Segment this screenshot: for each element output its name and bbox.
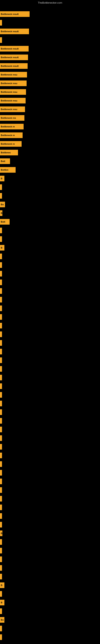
bottleneck-bar-small: [0, 340, 2, 346]
bottleneck-bar: B: [0, 582, 4, 588]
bottleneck-bar: Bottleneck result: [0, 11, 30, 17]
bottleneck-bar: Bottleneck re: [0, 141, 22, 147]
bottleneck-bar-small: [0, 288, 2, 294]
bottleneck-bar-small: [0, 461, 2, 467]
bottleneck-bar-small: [0, 349, 2, 354]
bottleneck-bar-small: [0, 565, 2, 571]
bottleneck-bar-small: [0, 444, 2, 450]
site-title: TheBottlenecker.com: [0, 0, 100, 5]
bottleneck-bar-small: [0, 556, 2, 562]
bottleneck-bar-small: [0, 513, 2, 519]
bottleneck-bar: Bott: [0, 158, 10, 164]
bottleneck-bar-small: [0, 427, 2, 432]
bottleneck-bar-small: [0, 314, 2, 320]
bottleneck-label: B: [1, 246, 2, 249]
bottleneck-bar-small: [0, 487, 2, 493]
bottleneck-bar: Bottleneck resu: [0, 80, 27, 86]
bottleneck-bar: Bottleneck result: [0, 54, 28, 60]
bottleneck-bar-small: [0, 470, 2, 476]
bottleneck-bar-small: [0, 539, 2, 545]
bottleneck-bar: B: [0, 245, 4, 250]
bottleneck-bar-small: [0, 37, 2, 43]
bottleneck-bar: B: [0, 600, 4, 605]
bottleneck-bar-small: [0, 254, 2, 259]
bottleneck-label: B: [1, 584, 2, 586]
bottleneck-label: Bo: [1, 619, 4, 621]
bottleneck-bar: Bottleneck re: [0, 124, 24, 130]
bottleneck-label: Bottleneck result: [1, 65, 19, 67]
bottleneck-bar: Bottlenec: [0, 150, 18, 155]
bottleneck-bar-small: [0, 452, 2, 458]
bottleneck-bar-small: [0, 262, 2, 268]
bottleneck-label: Bottleneck resu: [1, 100, 17, 102]
bottleneck-bar: Bottleneck result: [0, 28, 29, 34]
bottleneck-label: Bottleneck resu: [1, 91, 17, 93]
bottleneck-bar-small: [0, 401, 2, 406]
bottleneck-label: Bo: [1, 203, 4, 206]
bottleneck-bar-small: [0, 626, 2, 631]
bottleneck-bar-small: [0, 522, 2, 528]
bottleneck-label: Bottleneck res: [1, 117, 16, 119]
bottleneck-bar-small: [0, 375, 2, 380]
bottleneck-label: Bottleneck resu: [1, 82, 17, 84]
bottleneck-bar-small: [0, 504, 2, 510]
bottleneck-bar: B: [0, 530, 2, 536]
bottleneck-bar-small: [0, 435, 2, 441]
bottleneck-label: Bottleneck re: [1, 126, 15, 128]
bottleneck-label: Bott: [1, 220, 5, 223]
bottleneck-bar-small: [0, 280, 2, 285]
bottleneck-bar-small: [0, 366, 2, 372]
bottleneck-bar: Bo: [0, 202, 5, 207]
bottleneck-bar: Bo: [0, 617, 4, 623]
bottleneck-bar-small: [0, 591, 2, 597]
bottleneck-bar: B: [0, 176, 4, 181]
bottleneck-bar-small: [0, 409, 2, 415]
bottleneck-label: Bottleneck result: [1, 56, 19, 58]
bottleneck-bar: B: [0, 210, 2, 216]
bottleneck-label: Bott: [1, 160, 5, 162]
bottleneck-label: B: [1, 212, 2, 214]
bottleneck-label: Bottlen: [1, 169, 8, 171]
bottleneck-bar: Bottleneck resu: [0, 106, 25, 112]
bottleneck-bar: Bottleneck res: [0, 115, 24, 121]
bottleneck-bar-small: [0, 574, 2, 580]
bottleneck-bar-small: [0, 548, 2, 554]
bottleneck-label: Bottleneck re: [1, 143, 15, 145]
bottleneck-label: Bottlenec: [1, 151, 11, 154]
bottleneck-bar-small: [0, 193, 2, 199]
bottleneck-bar-small: [0, 306, 2, 311]
bottleneck-bar: Bottleneck result: [0, 63, 28, 69]
bottleneck-bar: Bottleneck re: [0, 132, 23, 138]
bottleneck-label: Bottleneck result: [1, 48, 19, 50]
bottleneck-bar: Bottleneck result: [0, 46, 29, 52]
bottleneck-label: Bottleneck resu: [1, 74, 17, 76]
bottleneck-bar: Bottlen: [0, 167, 16, 173]
bottleneck-label: B: [1, 532, 2, 534]
bottleneck-bar-small: [0, 418, 2, 424]
bottleneck-bar-small: [0, 384, 2, 389]
bottleneck-bar: Bottleneck resu: [0, 89, 26, 95]
bottleneck-label: B: [1, 601, 2, 604]
bottleneck-label: Bottleneck resu: [1, 108, 17, 110]
bottleneck-bar-small: [0, 271, 2, 276]
bottleneck-bar-small: [0, 184, 2, 190]
bottleneck-bar-small: [0, 358, 2, 363]
bottleneck-bar-small: [0, 608, 2, 614]
bottleneck-bar: Bottleneck resu: [0, 98, 26, 104]
bottleneck-bar: Bottleneck resu: [0, 72, 27, 78]
bottleneck-label: B: [1, 177, 2, 180]
bottleneck-bar-small: [0, 478, 2, 484]
bottleneck-bar-small: [0, 634, 2, 640]
bottleneck-bar-small: [0, 323, 2, 328]
bottleneck-label: Bottleneck re: [1, 134, 15, 136]
bottleneck-bar-small: [0, 496, 2, 502]
bottleneck-bar-small: [0, 297, 2, 302]
bottleneck-label: Bottleneck result: [1, 30, 19, 32]
bottleneck-bar: Bott: [0, 219, 10, 224]
bottleneck-bar-small: [0, 392, 2, 398]
bottleneck-bar-small: [0, 332, 2, 337]
bottleneck-label: Bottleneck result: [1, 13, 19, 15]
bottleneck-bar-small: [0, 236, 2, 242]
bottleneck-bar-small: [0, 20, 2, 26]
bottleneck-bar-small: [0, 228, 2, 233]
